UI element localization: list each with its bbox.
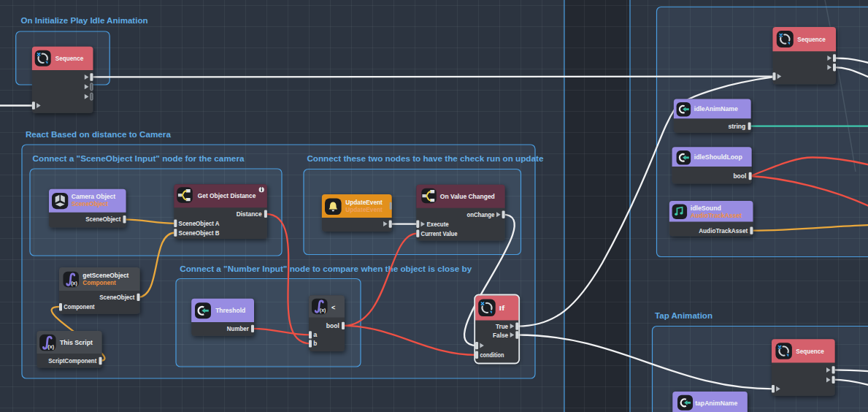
- svg-text:idleShouldLoop: idleShouldLoop: [694, 153, 743, 161]
- svg-text:Number: Number: [227, 325, 250, 332]
- svg-text:bool: bool: [326, 322, 339, 329]
- svg-text:a: a: [313, 331, 317, 338]
- svg-text:Distance: Distance: [237, 210, 262, 218]
- svg-text:b: b: [313, 340, 317, 347]
- svg-text:SceneObject B: SceneObject B: [179, 229, 220, 237]
- svg-text:Connect a "Number Input" node: Connect a "Number Input" node to compare…: [180, 264, 472, 273]
- svg-text:Execute: Execute: [427, 221, 449, 228]
- svg-text:SceneObject: SceneObject: [85, 215, 120, 223]
- svg-text:Threshold: Threshold: [215, 307, 245, 314]
- svg-text:On Initialize Play Idle Animat: On Initialize Play Idle Animation: [21, 16, 148, 25]
- svg-text:Sequence: Sequence: [796, 348, 824, 355]
- svg-text:(x): (x): [71, 281, 77, 286]
- svg-text:AudioTrackAsset: AudioTrackAsset: [691, 212, 742, 219]
- svg-text:ScriptComponent: ScriptComponent: [48, 357, 96, 365]
- svg-text:On Value Changed: On Value Changed: [440, 193, 495, 200]
- svg-text:tapAnimName: tapAnimName: [695, 400, 737, 407]
- svg-text:bool: bool: [733, 172, 746, 180]
- svg-text:idleSound: idleSound: [691, 205, 721, 212]
- svg-text:Current Value: Current Value: [421, 230, 458, 237]
- svg-text:condition: condition: [480, 351, 504, 359]
- svg-text:SceneObject: SceneObject: [72, 200, 108, 207]
- svg-text:React Based on distance to Cam: React Based on distance to Camera: [26, 130, 171, 139]
- svg-text:Sequence: Sequence: [55, 55, 84, 62]
- svg-text:Get Object Distance: Get Object Distance: [198, 192, 256, 199]
- svg-text:(x): (x): [47, 343, 55, 350]
- svg-text:Connect these two nodes to hav: Connect these two nodes to have the chec…: [307, 154, 543, 163]
- svg-text:getSceneObject: getSceneObject: [82, 272, 128, 279]
- svg-text:string: string: [728, 123, 745, 130]
- svg-text:This Script: This Script: [60, 339, 93, 346]
- svg-text:True: True: [496, 323, 508, 330]
- svg-text:SceneObject A: SceneObject A: [179, 220, 220, 227]
- svg-text:Tap Animation: Tap Animation: [655, 311, 713, 320]
- svg-text:SceneObject: SceneObject: [99, 294, 134, 301]
- svg-text:Component: Component: [64, 303, 95, 310]
- svg-text:Camera Object: Camera Object: [72, 193, 116, 200]
- svg-text:Sequence: Sequence: [797, 36, 826, 43]
- svg-text:Component: Component: [82, 279, 116, 286]
- svg-text:UpdateEvent: UpdateEvent: [345, 206, 383, 213]
- svg-text:False: False: [493, 332, 508, 339]
- svg-text:AudioTrackAsset: AudioTrackAsset: [699, 227, 748, 234]
- svg-text:UpdateEvent: UpdateEvent: [345, 199, 383, 206]
- svg-text:onChange: onChange: [466, 211, 494, 218]
- svg-text:(x): (x): [320, 308, 326, 313]
- svg-text:Connect a "SceneObject Input": Connect a "SceneObject Input" node for t…: [33, 154, 245, 163]
- svg-text:<: <: [331, 304, 335, 311]
- svg-text:idleAnimName: idleAnimName: [694, 105, 738, 112]
